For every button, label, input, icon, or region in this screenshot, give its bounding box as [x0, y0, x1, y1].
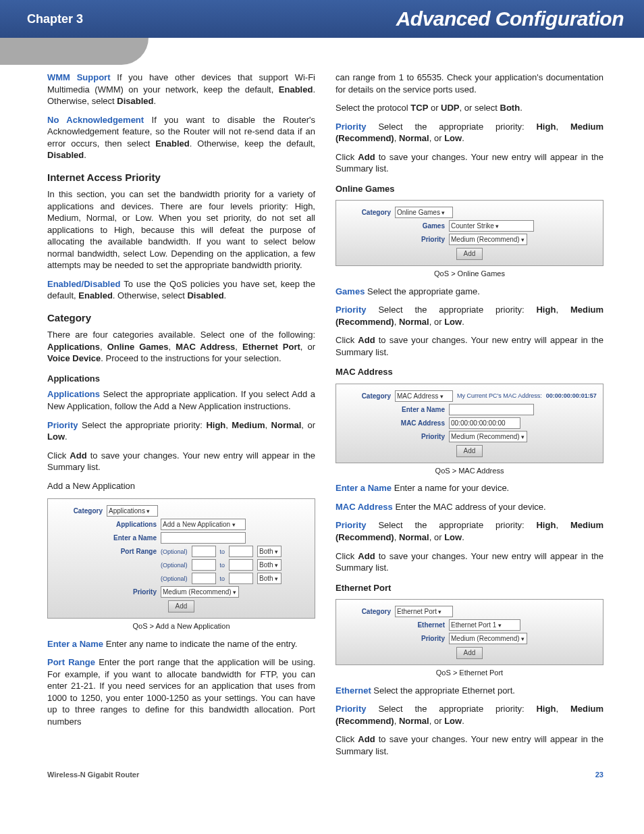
figure-ethernet-port: CategoryEthernet Port EthernetEthernet P… [336, 599, 603, 677]
add-button[interactable]: Add [456, 647, 483, 659]
priority-para-5: Priority Select the appropriate priority… [336, 703, 603, 727]
page-number: 23 [595, 771, 603, 779]
page-header: Chapter 3 Advanced Configuration [0, 0, 644, 38]
page-title: Advanced Configuration [396, 7, 624, 30]
iap-para: In this section, you can set the bandwid… [47, 188, 315, 271]
figure-caption-4: QoS > Ethernet Port [336, 668, 603, 678]
enter-name-para-2: Enter a Name Enter a name for your devic… [336, 482, 603, 494]
page-footer: Wireless-N Gigabit Router 23 [0, 764, 644, 792]
figure-online-games: CategoryOnline Games GamesCounter Strike… [336, 200, 603, 278]
protocol-para: Select the protocol TCP or UDP, or selec… [336, 102, 603, 114]
mac-para: MAC Address Enter the MAC address of you… [336, 501, 603, 513]
chapter-label: Chapter 3 [27, 12, 83, 26]
figure-add-new-application: CategoryApplications ApplicationsAdd a N… [47, 498, 315, 631]
wmm-para: WMM Support If you have other devices th… [47, 72, 315, 107]
add-para-5: Click Add to save your changes. Your new… [336, 733, 603, 757]
heading-mac-address: MAC Address [336, 366, 603, 378]
content-columns: WMM Support If you have other devices th… [0, 65, 644, 764]
figure-caption-3: QoS > MAC Address [336, 466, 603, 476]
figure-mac-address: CategoryMAC Address My Current PC's MAC … [336, 384, 603, 475]
priority-para-3: Priority Select the appropriate priority… [336, 304, 603, 328]
heading-online-games: Online Games [336, 183, 603, 195]
port-range-cont: can range from 1 to 65535. Check your ap… [336, 72, 603, 95]
add-para-4: Click Add to save your changes. Your new… [336, 550, 603, 574]
priority-para-1: Priority Select the appropriate priority… [47, 419, 315, 443]
heading-applications: Applications [47, 373, 315, 385]
priority-para-4: Priority Select the appropriate priority… [336, 519, 603, 543]
games-para: Games Select the appropriate game. [336, 286, 603, 298]
category-para: There are four categories available. Sel… [47, 329, 315, 365]
add-para-3: Click Add to save your changes. Your new… [336, 334, 603, 358]
header-curve [0, 38, 644, 65]
ethernet-para: Ethernet Select the appropriate Ethernet… [336, 685, 603, 697]
add-para-1: Click Add to save your changes. Your new… [47, 450, 315, 473]
figure-caption-2: QoS > Online Games [336, 269, 603, 279]
add-button[interactable]: Add [456, 248, 483, 260]
priority-para-2: Priority Select the appropriate priority… [336, 121, 603, 145]
figure-caption-1: QoS > Add a New Application [47, 621, 315, 631]
heading-category: Category [47, 311, 315, 325]
port-range-para: Port Range Enter the port range that the… [47, 656, 315, 727]
product-name: Wireless-N Gigabit Router [47, 771, 139, 779]
add-new-app-label: Add a New Application [47, 480, 315, 492]
heading-iap: Internet Access Priority [47, 171, 315, 184]
heading-ethernet-port: Ethernet Port [336, 582, 603, 594]
noack-para: No Acknowledgement If you want to disabl… [47, 114, 315, 161]
enter-name-para-1: Enter a Name Enter any name to indicate … [47, 638, 315, 650]
add-button[interactable]: Add [168, 600, 195, 613]
enabled-disabled-para: Enabled/Disabled To use the QoS policies… [47, 278, 315, 302]
applications-para: Applications Select the appropriate appl… [47, 388, 315, 412]
add-button[interactable]: Add [456, 445, 483, 457]
add-para-2: Click Add to save your changes. Your new… [336, 151, 603, 175]
